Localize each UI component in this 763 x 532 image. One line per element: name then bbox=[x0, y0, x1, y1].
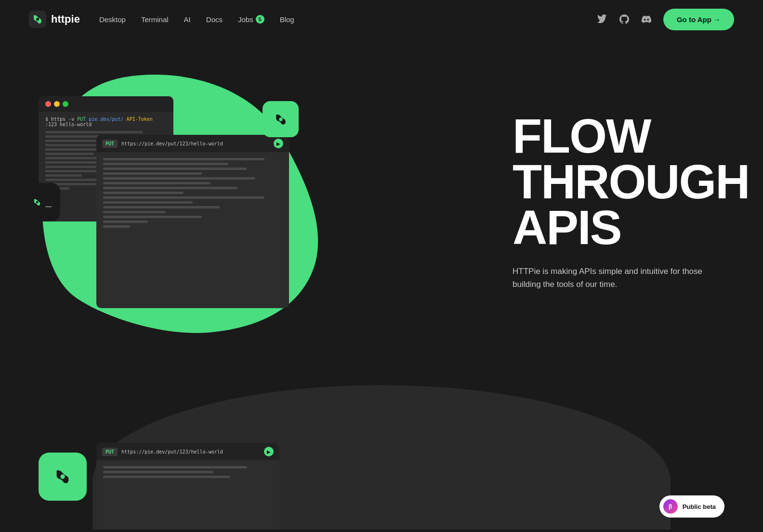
app-icon-dark-small: _ bbox=[22, 183, 60, 221]
github-icon[interactable] bbox=[619, 14, 630, 25]
tb-line bbox=[103, 476, 230, 478]
tb-line bbox=[103, 172, 202, 175]
svg-point-2 bbox=[279, 117, 282, 121]
go-to-app-button[interactable]: Go to App → bbox=[663, 9, 734, 30]
second-method-badge: PUT bbox=[102, 448, 118, 456]
hero-section: $ https -v PUT pie.dev/put/ API-Token :1… bbox=[0, 39, 763, 366]
terminal-window-2: PUT https://pie.dev/put/123/hello-world … bbox=[96, 135, 289, 308]
hero-subtitle: HTTPie is making APIs simple and intuiti… bbox=[513, 265, 724, 291]
beta-label: Public beta bbox=[683, 503, 716, 510]
nav-docs[interactable]: Docs bbox=[206, 15, 223, 24]
nav-jobs[interactable]: Jobs 5 bbox=[238, 15, 264, 24]
tb-line bbox=[103, 168, 247, 170]
tb-line bbox=[103, 187, 237, 189]
tb-line bbox=[103, 225, 130, 228]
second-run-button[interactable]: ▶ bbox=[264, 447, 274, 456]
second-section: PUT https://pie.dev/put/123/hello-world … bbox=[0, 366, 763, 530]
logo-text: httpie bbox=[51, 13, 80, 26]
public-beta-badge[interactable]: β Public beta bbox=[659, 495, 724, 518]
t-line bbox=[45, 174, 82, 177]
second-app-icon bbox=[39, 453, 87, 501]
svg-point-3 bbox=[36, 201, 39, 204]
svg-point-1 bbox=[36, 18, 39, 21]
nav-terminal[interactable]: Terminal bbox=[141, 15, 169, 24]
discord-icon[interactable] bbox=[641, 14, 652, 25]
nav-right: Go to App → bbox=[597, 9, 734, 30]
twitter-icon[interactable] bbox=[597, 14, 607, 25]
httpie-logo-green-icon bbox=[270, 109, 291, 130]
tb-line bbox=[103, 201, 193, 204]
tb-line bbox=[103, 471, 213, 473]
nav-desktop[interactable]: Desktop bbox=[99, 15, 126, 24]
tb-line bbox=[103, 221, 148, 223]
url-bar: PUT https://pie.dev/put/123/hello-world … bbox=[96, 135, 289, 152]
second-run-arrow-icon: ▶ bbox=[267, 449, 271, 454]
second-terminal-body bbox=[96, 460, 279, 484]
navbar: httpie Desktop Terminal AI Docs Jobs 5 B… bbox=[0, 0, 763, 39]
tb-line bbox=[103, 466, 247, 468]
tb-line bbox=[103, 182, 210, 184]
tb-line bbox=[103, 177, 255, 180]
tb-line bbox=[103, 158, 264, 160]
logo-icon bbox=[29, 11, 46, 28]
hero-text: FLOW THROUGH APIs HTTPie is making APIs … bbox=[513, 113, 724, 291]
jobs-badge-count: 5 bbox=[256, 15, 264, 24]
dot-yellow bbox=[54, 101, 60, 107]
tb-line bbox=[103, 163, 228, 165]
terminal-titlebar-1 bbox=[39, 96, 173, 112]
terminal-body-2 bbox=[96, 152, 289, 234]
tb-line bbox=[103, 216, 202, 218]
terminal-cmd-line: $ https -v PUT pie.dev/put/ API-Token :1… bbox=[45, 117, 167, 127]
nav-blog[interactable]: Blog bbox=[280, 15, 294, 24]
tb-line bbox=[103, 206, 220, 208]
t-line bbox=[45, 179, 100, 181]
method-badge: PUT bbox=[102, 140, 118, 148]
app-icon-green-small bbox=[263, 101, 299, 137]
second-terminal: PUT https://pie.dev/put/123/hello-world … bbox=[96, 443, 279, 530]
hero-title: FLOW THROUGH APIs bbox=[513, 113, 724, 250]
second-httpie-icon bbox=[49, 463, 76, 490]
nav-left: httpie Desktop Terminal AI Docs Jobs 5 B… bbox=[29, 11, 294, 28]
nav-ai[interactable]: AI bbox=[184, 15, 191, 24]
tb-line bbox=[103, 196, 264, 199]
nav-links: Desktop Terminal AI Docs Jobs 5 Blog bbox=[99, 15, 294, 24]
logo[interactable]: httpie bbox=[29, 11, 80, 28]
second-url-bar: PUT https://pie.dev/put/123/hello-world … bbox=[96, 443, 279, 460]
svg-point-4 bbox=[60, 474, 65, 479]
beta-avatar: β bbox=[663, 499, 678, 514]
t-line bbox=[45, 153, 94, 155]
second-url-text: https://pie.dev/put/123/hello-world bbox=[121, 449, 260, 454]
httpie-logo-dark-icon bbox=[30, 195, 44, 209]
t-line bbox=[45, 131, 143, 133]
tb-line bbox=[103, 211, 166, 213]
run-arrow-icon: ▶ bbox=[276, 141, 280, 146]
dot-green bbox=[63, 101, 68, 107]
url-text: https://pie.dev/put/123/hello-world bbox=[121, 141, 270, 146]
dot-red bbox=[45, 101, 51, 107]
tb-line bbox=[103, 192, 184, 194]
run-button[interactable]: ▶ bbox=[274, 139, 283, 148]
